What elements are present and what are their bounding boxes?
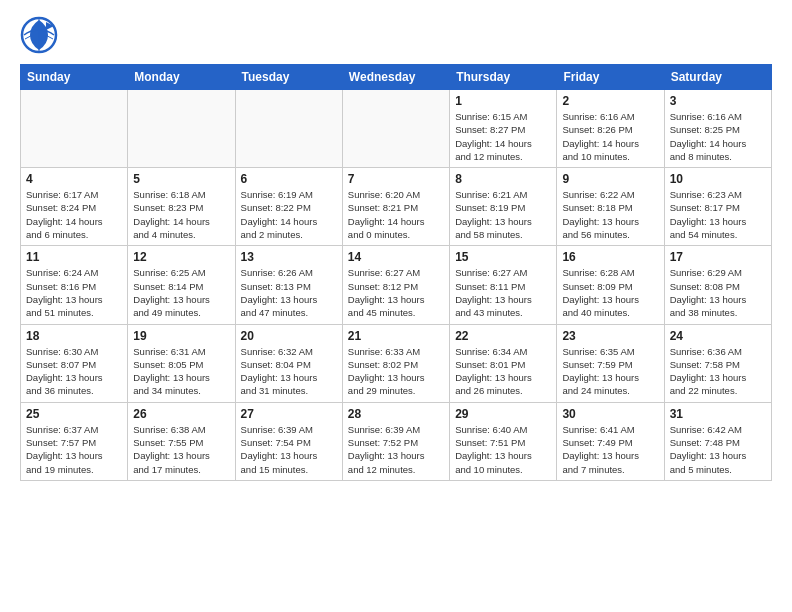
- day-number: 4: [26, 172, 122, 186]
- day-info: Sunrise: 6:29 AMSunset: 8:08 PMDaylight:…: [670, 266, 766, 319]
- calendar-week-row: 25Sunrise: 6:37 AMSunset: 7:57 PMDayligh…: [21, 402, 772, 480]
- calendar-cell: 29Sunrise: 6:40 AMSunset: 7:51 PMDayligh…: [450, 402, 557, 480]
- calendar-cell: 20Sunrise: 6:32 AMSunset: 8:04 PMDayligh…: [235, 324, 342, 402]
- day-number: 24: [670, 329, 766, 343]
- calendar-cell: 26Sunrise: 6:38 AMSunset: 7:55 PMDayligh…: [128, 402, 235, 480]
- calendar-cell: [235, 90, 342, 168]
- day-number: 13: [241, 250, 337, 264]
- calendar-cell: 23Sunrise: 6:35 AMSunset: 7:59 PMDayligh…: [557, 324, 664, 402]
- day-number: 21: [348, 329, 444, 343]
- calendar-cell: 6Sunrise: 6:19 AMSunset: 8:22 PMDaylight…: [235, 168, 342, 246]
- column-header-saturday: Saturday: [664, 65, 771, 90]
- day-info: Sunrise: 6:25 AMSunset: 8:14 PMDaylight:…: [133, 266, 229, 319]
- day-number: 23: [562, 329, 658, 343]
- calendar-week-row: 18Sunrise: 6:30 AMSunset: 8:07 PMDayligh…: [21, 324, 772, 402]
- calendar-cell: 19Sunrise: 6:31 AMSunset: 8:05 PMDayligh…: [128, 324, 235, 402]
- calendar-cell: [21, 90, 128, 168]
- calendar-cell: 8Sunrise: 6:21 AMSunset: 8:19 PMDaylight…: [450, 168, 557, 246]
- calendar-header-row: SundayMondayTuesdayWednesdayThursdayFrid…: [21, 65, 772, 90]
- calendar-cell: 17Sunrise: 6:29 AMSunset: 8:08 PMDayligh…: [664, 246, 771, 324]
- calendar-cell: 13Sunrise: 6:26 AMSunset: 8:13 PMDayligh…: [235, 246, 342, 324]
- page-header: [20, 16, 772, 58]
- day-info: Sunrise: 6:19 AMSunset: 8:22 PMDaylight:…: [241, 188, 337, 241]
- day-info: Sunrise: 6:23 AMSunset: 8:17 PMDaylight:…: [670, 188, 766, 241]
- day-info: Sunrise: 6:37 AMSunset: 7:57 PMDaylight:…: [26, 423, 122, 476]
- day-info: Sunrise: 6:27 AMSunset: 8:11 PMDaylight:…: [455, 266, 551, 319]
- day-info: Sunrise: 6:27 AMSunset: 8:12 PMDaylight:…: [348, 266, 444, 319]
- calendar-cell: 22Sunrise: 6:34 AMSunset: 8:01 PMDayligh…: [450, 324, 557, 402]
- column-header-thursday: Thursday: [450, 65, 557, 90]
- calendar-cell: 11Sunrise: 6:24 AMSunset: 8:16 PMDayligh…: [21, 246, 128, 324]
- day-number: 10: [670, 172, 766, 186]
- day-info: Sunrise: 6:16 AMSunset: 8:26 PMDaylight:…: [562, 110, 658, 163]
- day-info: Sunrise: 6:39 AMSunset: 7:54 PMDaylight:…: [241, 423, 337, 476]
- column-header-sunday: Sunday: [21, 65, 128, 90]
- calendar-cell: 10Sunrise: 6:23 AMSunset: 8:17 PMDayligh…: [664, 168, 771, 246]
- column-header-monday: Monday: [128, 65, 235, 90]
- day-number: 17: [670, 250, 766, 264]
- column-header-tuesday: Tuesday: [235, 65, 342, 90]
- day-info: Sunrise: 6:28 AMSunset: 8:09 PMDaylight:…: [562, 266, 658, 319]
- calendar-cell: 24Sunrise: 6:36 AMSunset: 7:58 PMDayligh…: [664, 324, 771, 402]
- day-number: 6: [241, 172, 337, 186]
- day-info: Sunrise: 6:40 AMSunset: 7:51 PMDaylight:…: [455, 423, 551, 476]
- day-info: Sunrise: 6:33 AMSunset: 8:02 PMDaylight:…: [348, 345, 444, 398]
- calendar-cell: 18Sunrise: 6:30 AMSunset: 8:07 PMDayligh…: [21, 324, 128, 402]
- calendar-cell: 5Sunrise: 6:18 AMSunset: 8:23 PMDaylight…: [128, 168, 235, 246]
- day-info: Sunrise: 6:26 AMSunset: 8:13 PMDaylight:…: [241, 266, 337, 319]
- calendar-cell: 27Sunrise: 6:39 AMSunset: 7:54 PMDayligh…: [235, 402, 342, 480]
- day-info: Sunrise: 6:31 AMSunset: 8:05 PMDaylight:…: [133, 345, 229, 398]
- calendar-week-row: 11Sunrise: 6:24 AMSunset: 8:16 PMDayligh…: [21, 246, 772, 324]
- day-info: Sunrise: 6:17 AMSunset: 8:24 PMDaylight:…: [26, 188, 122, 241]
- day-number: 5: [133, 172, 229, 186]
- day-info: Sunrise: 6:36 AMSunset: 7:58 PMDaylight:…: [670, 345, 766, 398]
- day-number: 9: [562, 172, 658, 186]
- day-info: Sunrise: 6:38 AMSunset: 7:55 PMDaylight:…: [133, 423, 229, 476]
- day-info: Sunrise: 6:24 AMSunset: 8:16 PMDaylight:…: [26, 266, 122, 319]
- calendar-week-row: 4Sunrise: 6:17 AMSunset: 8:24 PMDaylight…: [21, 168, 772, 246]
- calendar-cell: 15Sunrise: 6:27 AMSunset: 8:11 PMDayligh…: [450, 246, 557, 324]
- calendar-cell: 16Sunrise: 6:28 AMSunset: 8:09 PMDayligh…: [557, 246, 664, 324]
- day-number: 28: [348, 407, 444, 421]
- day-info: Sunrise: 6:15 AMSunset: 8:27 PMDaylight:…: [455, 110, 551, 163]
- logo: [20, 16, 62, 58]
- day-info: Sunrise: 6:30 AMSunset: 8:07 PMDaylight:…: [26, 345, 122, 398]
- day-info: Sunrise: 6:18 AMSunset: 8:23 PMDaylight:…: [133, 188, 229, 241]
- day-number: 11: [26, 250, 122, 264]
- calendar-cell: 1Sunrise: 6:15 AMSunset: 8:27 PMDaylight…: [450, 90, 557, 168]
- calendar-cell: 3Sunrise: 6:16 AMSunset: 8:25 PMDaylight…: [664, 90, 771, 168]
- day-number: 18: [26, 329, 122, 343]
- day-number: 29: [455, 407, 551, 421]
- calendar-table: SundayMondayTuesdayWednesdayThursdayFrid…: [20, 64, 772, 481]
- calendar-cell: 12Sunrise: 6:25 AMSunset: 8:14 PMDayligh…: [128, 246, 235, 324]
- day-number: 26: [133, 407, 229, 421]
- calendar-cell: [342, 90, 449, 168]
- day-info: Sunrise: 6:16 AMSunset: 8:25 PMDaylight:…: [670, 110, 766, 163]
- day-number: 16: [562, 250, 658, 264]
- day-info: Sunrise: 6:41 AMSunset: 7:49 PMDaylight:…: [562, 423, 658, 476]
- day-number: 3: [670, 94, 766, 108]
- day-number: 30: [562, 407, 658, 421]
- day-number: 25: [26, 407, 122, 421]
- calendar-week-row: 1Sunrise: 6:15 AMSunset: 8:27 PMDaylight…: [21, 90, 772, 168]
- day-info: Sunrise: 6:20 AMSunset: 8:21 PMDaylight:…: [348, 188, 444, 241]
- day-info: Sunrise: 6:35 AMSunset: 7:59 PMDaylight:…: [562, 345, 658, 398]
- day-number: 31: [670, 407, 766, 421]
- day-number: 15: [455, 250, 551, 264]
- day-info: Sunrise: 6:34 AMSunset: 8:01 PMDaylight:…: [455, 345, 551, 398]
- day-number: 14: [348, 250, 444, 264]
- calendar-cell: 25Sunrise: 6:37 AMSunset: 7:57 PMDayligh…: [21, 402, 128, 480]
- logo-icon: [20, 16, 58, 54]
- column-header-friday: Friday: [557, 65, 664, 90]
- calendar-cell: 9Sunrise: 6:22 AMSunset: 8:18 PMDaylight…: [557, 168, 664, 246]
- day-info: Sunrise: 6:22 AMSunset: 8:18 PMDaylight:…: [562, 188, 658, 241]
- day-number: 7: [348, 172, 444, 186]
- day-info: Sunrise: 6:21 AMSunset: 8:19 PMDaylight:…: [455, 188, 551, 241]
- day-info: Sunrise: 6:42 AMSunset: 7:48 PMDaylight:…: [670, 423, 766, 476]
- day-info: Sunrise: 6:39 AMSunset: 7:52 PMDaylight:…: [348, 423, 444, 476]
- calendar-cell: 7Sunrise: 6:20 AMSunset: 8:21 PMDaylight…: [342, 168, 449, 246]
- calendar-cell: 28Sunrise: 6:39 AMSunset: 7:52 PMDayligh…: [342, 402, 449, 480]
- day-number: 20: [241, 329, 337, 343]
- calendar-cell: 14Sunrise: 6:27 AMSunset: 8:12 PMDayligh…: [342, 246, 449, 324]
- day-number: 2: [562, 94, 658, 108]
